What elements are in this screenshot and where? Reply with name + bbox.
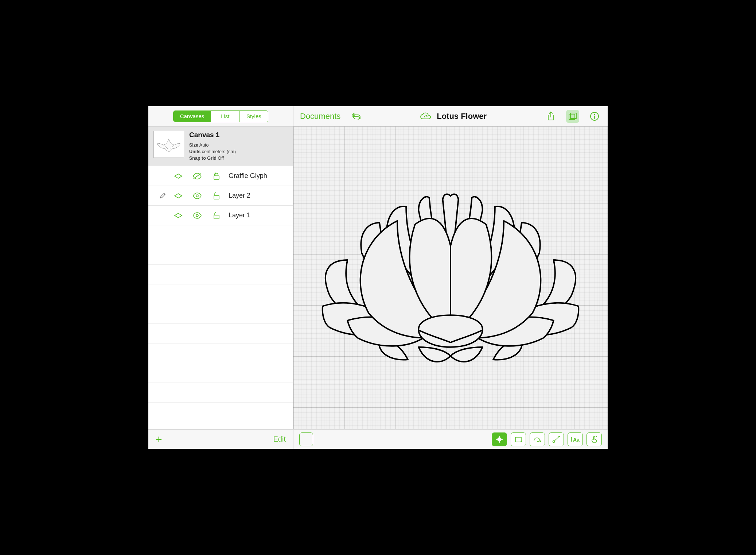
- layers-list: Graffle Glyph: [148, 166, 293, 429]
- info-icon[interactable]: [588, 110, 601, 123]
- layer-row[interactable]: Layer 2: [148, 186, 293, 206]
- selection-tool[interactable]: [492, 432, 507, 446]
- size-value: Auto: [199, 143, 209, 148]
- freehand-tool[interactable]: [530, 432, 545, 446]
- undo-icon[interactable]: [351, 112, 362, 120]
- svg-point-3: [196, 195, 198, 197]
- layer-row[interactable]: Layer 1: [148, 206, 293, 225]
- empty-row: [148, 284, 293, 304]
- canvas-thumbnail: [153, 131, 184, 158]
- canvas-meta: Size Auto Units centimeters (cm) Snap to…: [189, 142, 288, 162]
- touch-tool[interactable]: [587, 432, 602, 446]
- main-area: Documents: [293, 106, 608, 449]
- snap-value: Off: [218, 156, 223, 161]
- lotus-drawing[interactable]: [308, 189, 593, 367]
- rectangle-tool[interactable]: [511, 432, 526, 446]
- lock-open-icon[interactable]: [207, 211, 225, 220]
- svg-point-5: [196, 214, 198, 217]
- documents-button[interactable]: Documents: [300, 112, 340, 121]
- canvas[interactable]: [293, 127, 608, 429]
- sidebar-footer: + Edit: [148, 429, 293, 449]
- svg-rect-4: [214, 195, 219, 199]
- tab-canvases[interactable]: Canvases: [174, 111, 211, 122]
- units-value: centimeters (cm): [202, 149, 236, 154]
- units-label: Units: [189, 149, 200, 154]
- document-title[interactable]: Lotus Flower: [437, 112, 487, 121]
- content: Canvases List Styles: [148, 106, 608, 449]
- size-label: Size: [189, 143, 198, 148]
- text-tool[interactable]: Aa: [568, 432, 583, 446]
- svg-text:Aa: Aa: [573, 437, 580, 443]
- tab-styles[interactable]: Styles: [239, 111, 268, 122]
- eye-icon[interactable]: [188, 192, 206, 199]
- layer-name: Layer 2: [229, 192, 288, 199]
- svg-rect-1: [214, 176, 219, 179]
- app-window: Canvases List Styles: [145, 102, 611, 453]
- svg-rect-6: [214, 215, 219, 219]
- sidebar-tabs: Canvases List Styles: [148, 106, 293, 127]
- add-canvas-button[interactable]: +: [156, 434, 162, 445]
- empty-row: [148, 304, 293, 324]
- add-shape-button[interactable]: [299, 432, 313, 446]
- empty-row: [148, 403, 293, 422]
- svg-point-14: [498, 438, 501, 441]
- canvas-info: Canvas 1 Size Auto Units centimeters (cm…: [189, 131, 288, 162]
- eye-icon[interactable]: [188, 212, 206, 219]
- svg-point-24: [553, 440, 555, 442]
- segmented-control: Canvases List Styles: [173, 110, 269, 122]
- canvas-title: Canvas 1: [189, 131, 288, 139]
- cloud-sync-icon[interactable]: [419, 112, 432, 121]
- main-footer: Aa: [293, 429, 608, 449]
- layer-row[interactable]: Graffle Glyph: [148, 166, 293, 186]
- empty-row: [148, 363, 293, 383]
- diamond-icon[interactable]: [169, 173, 187, 179]
- tab-list[interactable]: List: [211, 111, 239, 122]
- svg-line-25: [554, 437, 558, 441]
- sidebar: Canvases List Styles: [148, 106, 293, 449]
- empty-row: [148, 265, 293, 284]
- lock-open-icon[interactable]: [207, 172, 225, 180]
- empty-row: [148, 245, 293, 265]
- edit-button[interactable]: Edit: [273, 435, 286, 443]
- empty-row: [148, 383, 293, 403]
- snap-label: Snap to Grid: [189, 156, 217, 161]
- diamond-icon[interactable]: [169, 213, 187, 218]
- layer-name: Graffle Glyph: [229, 172, 288, 180]
- line-tool[interactable]: [549, 432, 564, 446]
- panels-icon[interactable]: [566, 110, 579, 123]
- empty-row: [148, 324, 293, 344]
- canvas-item[interactable]: Canvas 1 Size Auto Units centimeters (cm…: [148, 127, 293, 166]
- drawing-tools: Aa: [492, 432, 602, 446]
- share-icon[interactable]: [544, 110, 557, 123]
- lock-open-icon[interactable]: [207, 192, 225, 200]
- pencil-icon[interactable]: [157, 193, 168, 199]
- empty-row: [148, 344, 293, 363]
- eye-off-icon[interactable]: [188, 172, 206, 180]
- layer-name: Layer 1: [229, 211, 288, 219]
- empty-row: [148, 225, 293, 245]
- main-toolbar: Documents: [293, 106, 608, 127]
- svg-point-10: [594, 114, 595, 115]
- diamond-icon[interactable]: [169, 193, 187, 199]
- svg-rect-19: [515, 437, 521, 442]
